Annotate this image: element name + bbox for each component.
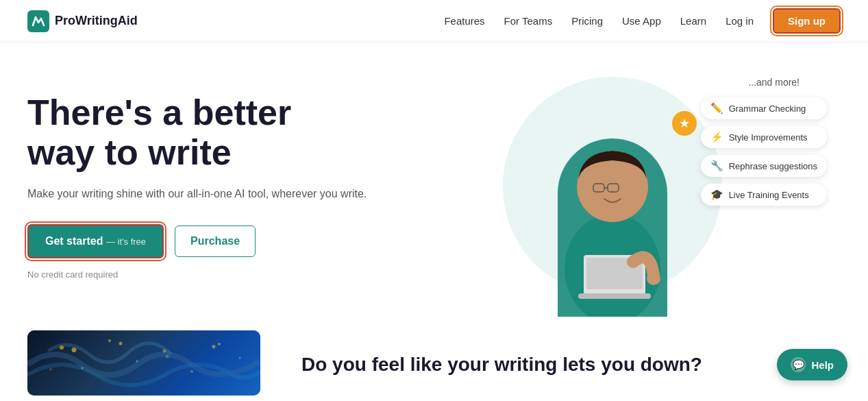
purchase-button[interactable]: Purchase: [175, 226, 256, 257]
nav-for-teams[interactable]: For Teams: [504, 15, 553, 27]
svg-point-11: [108, 339, 111, 342]
rephrase-icon: 🔧: [710, 160, 723, 172]
pill-style: ⚡ Style Improvements: [701, 126, 827, 148]
nav-features[interactable]: Features: [444, 15, 484, 27]
svg-point-15: [136, 361, 138, 363]
hero-buttons: Get started — it's free Purchase: [27, 224, 384, 258]
navigation: ProWritingAid Features For Teams Pricing…: [0, 0, 868, 42]
pill-grammar: ✏️ Grammar Checking: [701, 97, 827, 119]
grammar-icon: ✏️: [710, 102, 723, 114]
nav-learn[interactable]: Learn: [680, 15, 706, 27]
pill-rephrase: 🔧 Rephrase suggestions: [701, 155, 827, 177]
pill-training: 🎓 Live Training Events: [701, 184, 827, 206]
nav-pricing[interactable]: Pricing: [571, 15, 603, 27]
style-icon: ⚡: [710, 131, 723, 143]
svg-point-10: [60, 345, 64, 350]
get-started-button[interactable]: Get started — it's free: [27, 224, 164, 258]
hero-right: ...and more! ★ ✏️ Grammar Checking ⚡ Sty…: [384, 70, 841, 303]
bottom-section: Do you feel like your writing lets you d…: [0, 317, 868, 399]
nav-links: Features For Teams Pricing Use App Learn…: [444, 8, 841, 34]
svg-point-14: [82, 367, 84, 369]
swirl-overlay: [27, 330, 260, 396]
and-more-label: ...and more!: [748, 77, 799, 88]
logo-text: ProWritingAid: [55, 14, 138, 28]
no-credit-card-text: No credit card required: [27, 269, 384, 280]
help-label: Help: [811, 359, 834, 371]
help-chat-icon: 💬: [791, 357, 806, 372]
logo-link[interactable]: ProWritingAid: [27, 10, 138, 32]
bottom-image-area: [27, 330, 260, 399]
hero-subtitle: Make your writing shine with our all-in-…: [27, 186, 384, 202]
svg-point-16: [190, 370, 193, 373]
svg-point-12: [163, 350, 166, 353]
hero-section: There's a better way to write Make your …: [0, 42, 868, 317]
svg-point-13: [218, 343, 221, 345]
nav-use-app[interactable]: Use App: [622, 15, 661, 27]
signup-button[interactable]: Sign up: [773, 8, 841, 34]
starry-night-image: [27, 330, 260, 396]
person-illustration: [537, 111, 688, 317]
svg-point-9: [647, 271, 660, 285]
bottom-title: Do you feel like your writing lets you d…: [301, 354, 841, 376]
login-button[interactable]: Log in: [726, 15, 754, 27]
hero-title: There's a better way to write: [27, 93, 384, 171]
logo-icon: [27, 10, 49, 32]
star-badge: ★: [672, 111, 697, 136]
svg-rect-8: [578, 293, 651, 299]
svg-point-17: [239, 357, 241, 359]
bottom-right: Do you feel like your writing lets you d…: [260, 354, 841, 376]
help-button[interactable]: 💬 Help: [777, 349, 847, 380]
training-icon: 🎓: [710, 189, 723, 201]
hero-left: There's a better way to write Make your …: [27, 93, 384, 279]
feature-pills: ✏️ Grammar Checking ⚡ Style Improvements…: [701, 97, 827, 206]
